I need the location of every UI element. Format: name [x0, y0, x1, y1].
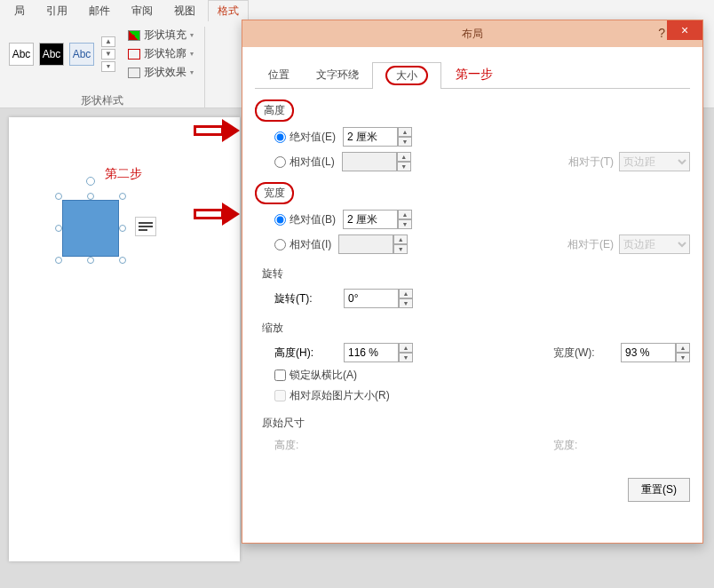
original-size-section: 原始尺寸 高度: 宽度: 重置(S)	[255, 414, 690, 502]
shape-outline-label: 形状轮廓	[144, 46, 186, 61]
resize-handle-n[interactable]	[87, 193, 94, 200]
shape-fill-button[interactable]: 形状填充 ▾	[126, 27, 195, 44]
spin-up-icon[interactable]: ▲	[399, 343, 413, 353]
rotate-spin: ▲▼	[344, 289, 413, 308]
spin-up-icon[interactable]: ▲	[393, 234, 408, 244]
width-relative-input[interactable]	[338, 234, 393, 254]
height-relative-input[interactable]	[342, 152, 397, 171]
pen-icon	[128, 49, 140, 60]
layout-options-icon[interactable]	[135, 217, 156, 236]
close-button[interactable]: ×	[667, 20, 702, 40]
dialog-tabs: 位置 文字环绕 大小 第一步	[255, 61, 690, 89]
page[interactable]: 第二步	[9, 117, 240, 561]
spin-up-icon[interactable]: ▲	[399, 289, 413, 298]
shape-styles-group-label: 形状样式	[9, 93, 195, 108]
style-gallery-expand-icon[interactable]: ▾	[101, 61, 115, 72]
width-relative-radio-label[interactable]: 相对值(I)	[274, 237, 331, 252]
width-relative-to-select[interactable]: 页边距	[619, 234, 690, 254]
resize-handle-s[interactable]	[87, 257, 94, 264]
reset-button[interactable]: 重置(S)	[628, 478, 690, 502]
spin-up-icon[interactable]: ▲	[398, 127, 412, 137]
resize-handle-e[interactable]	[119, 225, 126, 232]
height-absolute-spin: ▲▼	[343, 127, 412, 147]
ribbon-tab-mail[interactable]: 邮件	[80, 1, 119, 21]
rotation-handle-icon[interactable]	[86, 177, 95, 186]
spin-down-icon[interactable]: ▼	[676, 353, 690, 362]
rotate-label: 旋转(T):	[274, 291, 337, 306]
step1-annotation: 第一步	[456, 67, 493, 83]
spin-down-icon[interactable]: ▼	[399, 298, 413, 308]
resize-handle-nw[interactable]	[55, 193, 62, 200]
spin-up-icon[interactable]: ▲	[398, 210, 412, 219]
rotate-section: 旋转 旋转(T): ▲▼	[255, 265, 690, 308]
effects-icon	[128, 68, 140, 78]
resize-handle-ne[interactable]	[119, 193, 126, 200]
layout-dialog: 布局 ? × 位置 文字环绕 大小 第一步 高度 绝对值(E) ▲▼ 相对值(L…	[242, 20, 703, 544]
spin-down-icon[interactable]: ▼	[399, 353, 413, 362]
style-preset-2[interactable]: Abc	[39, 43, 64, 66]
ribbon-tab-references[interactable]: 引用	[37, 1, 76, 21]
height-title: 高度	[255, 99, 294, 122]
shape-options: 形状填充 ▾ 形状轮廓 ▾ 形状效果 ▾	[126, 27, 195, 81]
resize-handle-se[interactable]	[119, 257, 126, 264]
spin-up-icon[interactable]: ▲	[397, 152, 411, 162]
style-preset-3[interactable]: Abc	[69, 43, 94, 66]
style-scroll-up-icon[interactable]: ▲	[101, 36, 115, 47]
rotate-input[interactable]	[344, 289, 399, 308]
spin-down-icon[interactable]: ▼	[393, 244, 408, 254]
width-relative-radio[interactable]	[274, 239, 286, 250]
scale-section: 缩放 高度(H): ▲▼ 宽度(W): ▲▼ 锁定纵横比(A)	[255, 319, 690, 403]
arrow-annotation-1	[194, 121, 242, 140]
height-relative-radio-label[interactable]: 相对值(L)	[274, 155, 335, 170]
height-section: 高度 绝对值(E) ▲▼ 相对值(L) ▲▼ 相对于(T) 页边距	[255, 99, 690, 171]
width-absolute-input[interactable]	[343, 210, 398, 229]
style-preset-1[interactable]: Abc	[9, 43, 34, 66]
scale-width-spin: ▲▼	[621, 343, 690, 362]
height-absolute-input[interactable]	[343, 127, 398, 147]
resize-handle-sw[interactable]	[55, 257, 62, 264]
width-absolute-spin: ▲▼	[343, 210, 412, 229]
scale-height-label: 高度(H):	[274, 346, 337, 361]
width-section: 宽度 绝对值(B) ▲▼ 相对值(I) ▲▼ 相对于(E) 页边距	[255, 182, 690, 254]
resize-handle-w[interactable]	[55, 225, 62, 232]
dialog-titlebar[interactable]: 布局 ? ×	[242, 20, 702, 47]
original-size-title: 原始尺寸	[255, 414, 312, 433]
spin-down-icon[interactable]: ▼	[397, 162, 411, 171]
ribbon-tab-view[interactable]: 视图	[165, 1, 204, 21]
width-absolute-radio[interactable]	[274, 214, 286, 226]
tab-position[interactable]: 位置	[255, 61, 303, 88]
scale-title: 缩放	[255, 319, 290, 338]
scale-height-input[interactable]	[344, 343, 399, 362]
shape-outline-button[interactable]: 形状轮廓 ▾	[126, 45, 195, 62]
ribbon-tab-format[interactable]: 格式	[208, 0, 249, 21]
height-absolute-radio[interactable]	[274, 131, 286, 143]
original-height-label: 高度:	[274, 438, 337, 453]
ribbon-tab-review[interactable]: 审阅	[123, 1, 162, 21]
paint-bucket-icon	[128, 30, 140, 41]
tab-text-wrap[interactable]: 文字环绕	[303, 61, 372, 88]
scale-height-spin: ▲▼	[344, 343, 413, 362]
original-width-label: 宽度:	[553, 438, 615, 453]
height-absolute-radio-label[interactable]: 绝对值(E)	[274, 130, 336, 145]
style-scroll-down-icon[interactable]: ▼	[101, 49, 115, 60]
selected-shape[interactable]	[55, 193, 126, 264]
lock-aspect-checkbox-label[interactable]: 锁定纵横比(A)	[274, 368, 357, 383]
spin-down-icon[interactable]: ▼	[398, 137, 412, 147]
ribbon-tab-layout[interactable]: 局	[5, 1, 34, 21]
height-relative-spin: ▲▼	[342, 152, 411, 171]
tab-size[interactable]: 大小	[372, 62, 441, 89]
spin-down-icon[interactable]: ▼	[398, 219, 412, 229]
spin-up-icon[interactable]: ▲	[676, 343, 690, 353]
rectangle-shape[interactable]	[62, 200, 119, 257]
style-gallery-nav: ▲ ▼ ▾	[101, 36, 115, 72]
shape-effects-button[interactable]: 形状效果 ▾	[126, 64, 195, 81]
height-relative-radio[interactable]	[274, 156, 286, 168]
width-absolute-radio-label[interactable]: 绝对值(B)	[274, 212, 336, 227]
width-relative-to-label: 相对于(E)	[567, 237, 614, 252]
help-button[interactable]: ?	[658, 26, 665, 40]
height-relative-to-select[interactable]: 页边距	[619, 152, 690, 171]
lock-aspect-checkbox[interactable]	[274, 369, 286, 381]
scale-width-input[interactable]	[621, 343, 676, 362]
arrow-annotation-2	[194, 204, 242, 224]
scale-width-label: 宽度(W):	[553, 346, 615, 361]
